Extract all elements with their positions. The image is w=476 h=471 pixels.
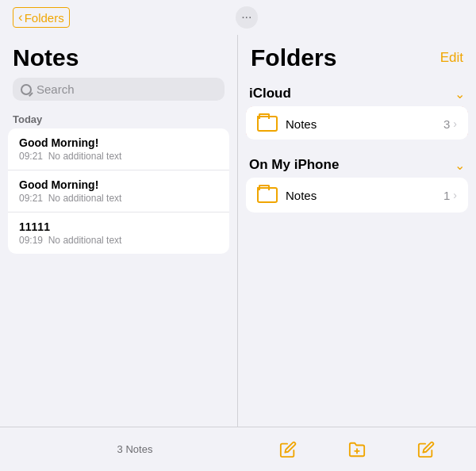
- right-header: Folders Edit: [238, 35, 476, 76]
- note-item[interactable]: 11111 09:19 No additional text: [8, 213, 229, 254]
- on-my-iphone-group: On My iPhone ⌄ Notes 1 ›: [246, 152, 468, 213]
- note-title: Good Morning!: [19, 178, 218, 191]
- note-preview: No additional text: [48, 235, 122, 246]
- search-bar[interactable]: Search: [13, 78, 225, 101]
- top-navigation: ‹ Folders ···: [0, 0, 476, 35]
- on-my-iphone-notes-folder[interactable]: Notes 1 ›: [246, 178, 468, 213]
- folder-name: Notes: [286, 117, 443, 131]
- folder-name: Notes: [286, 189, 443, 202]
- on-my-iphone-group-header: On My iPhone ⌄: [246, 152, 468, 178]
- note-title: 11111: [19, 220, 218, 233]
- folders-back-button[interactable]: ‹ Folders: [13, 7, 70, 28]
- note-meta: 09:19 No additional text: [19, 235, 218, 246]
- note-item[interactable]: Good Morning! 09:21 No additional text: [8, 170, 229, 213]
- folder-shape: [257, 116, 278, 132]
- notes-count: 3 Notes: [117, 443, 153, 455]
- note-meta: 09:21 No additional text: [19, 193, 218, 204]
- bottom-right: [254, 441, 460, 458]
- folder-icon: [257, 116, 278, 132]
- search-icon: [21, 84, 32, 95]
- bottom-left: 3 Notes: [16, 443, 254, 455]
- icloud-group-title: iCloud: [249, 86, 291, 101]
- note-preview: No additional text: [48, 151, 122, 162]
- bottom-bar: 3 Notes: [0, 427, 476, 471]
- edit-button[interactable]: Edit: [440, 50, 463, 66]
- on-my-iphone-folder-list: Notes 1 ›: [246, 178, 468, 213]
- more-options-button[interactable]: ···: [236, 6, 258, 29]
- compose-icon: [279, 441, 297, 458]
- today-section-header: Today: [0, 105, 237, 128]
- folder-icon: [257, 187, 278, 203]
- chevron-left-icon: ‹: [18, 10, 23, 25]
- folder-chevron-icon: ›: [453, 117, 457, 130]
- app-container: Notes Search Today Good Morning! 09:21 N…: [0, 35, 476, 427]
- note-item[interactable]: Good Morning! 09:21 No additional text: [8, 128, 229, 170]
- note-title: Good Morning!: [19, 136, 218, 149]
- note-preview: No additional text: [48, 193, 122, 204]
- note-time: 09:21: [19, 151, 43, 162]
- ellipsis-icon: ···: [241, 10, 251, 25]
- notes-title: Notes: [13, 44, 225, 71]
- folders-title: Folders: [251, 44, 336, 71]
- folder-count: 3: [443, 117, 450, 131]
- notes-list: Good Morning! 09:21 No additional text G…: [8, 128, 229, 254]
- folder-count: 1: [443, 189, 450, 202]
- folders-back-label: Folders: [25, 11, 64, 25]
- new-note-right-button[interactable]: [417, 441, 435, 458]
- search-placeholder: Search: [36, 82, 75, 96]
- new-folder-button[interactable]: [348, 441, 366, 458]
- icloud-group: iCloud ⌄ Notes 3 ›: [246, 81, 468, 140]
- compose-right-icon: [417, 441, 435, 458]
- chevron-down-icon[interactable]: ⌄: [455, 86, 465, 101]
- note-time: 09:19: [19, 235, 43, 246]
- chevron-down-icon[interactable]: ⌄: [455, 158, 465, 173]
- on-my-iphone-group-title: On My iPhone: [249, 157, 339, 173]
- icloud-notes-folder[interactable]: Notes 3 ›: [246, 106, 468, 140]
- left-panel: Notes Search Today Good Morning! 09:21 N…: [0, 35, 238, 427]
- icloud-folder-list: Notes 3 ›: [246, 106, 468, 140]
- note-time: 09:21: [19, 193, 43, 204]
- right-panel: Folders Edit iCloud ⌄ Notes 3 ›: [238, 35, 476, 427]
- left-header: Notes Search: [0, 35, 237, 105]
- new-note-button[interactable]: [279, 441, 297, 458]
- icloud-group-header: iCloud ⌄: [246, 81, 468, 106]
- folder-chevron-icon: ›: [453, 189, 457, 201]
- folder-plus-icon: [348, 441, 366, 458]
- note-meta: 09:21 No additional text: [19, 151, 218, 162]
- folder-shape: [257, 187, 278, 203]
